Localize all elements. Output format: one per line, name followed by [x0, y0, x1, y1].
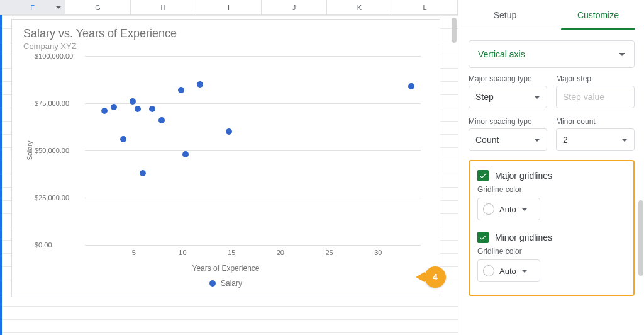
y-tick-label: $0.00	[35, 241, 52, 249]
chevron-down-icon	[619, 53, 625, 56]
color-swatch-icon	[483, 203, 494, 215]
column-header[interactable]: H	[131, 0, 196, 14]
section-vertical-axis[interactable]: Vertical axis	[469, 40, 635, 68]
data-point	[135, 106, 141, 112]
legend-marker-icon	[209, 280, 216, 287]
y-axis-label: Salary	[26, 140, 33, 160]
x-tick-label: 20	[277, 249, 284, 256]
major-spacing-type-label: Major spacing type	[469, 74, 547, 83]
minor-spacing-type-label: Minor spacing type	[469, 117, 547, 126]
chart-title: Salary vs. Years of Experience	[12, 20, 440, 42]
tutorial-callout: 4	[425, 266, 446, 288]
scrollbar-thumb[interactable]	[452, 18, 457, 43]
checkmark-icon	[479, 233, 487, 242]
minor-gridlines-checkbox[interactable]	[477, 232, 489, 243]
y-tick-label: $25,000.00	[35, 194, 69, 202]
x-tick-label: 25	[325, 249, 333, 256]
data-point	[408, 83, 414, 89]
gridlines-highlight-box: Major gridlines Gridline color Auto Mino…	[469, 160, 635, 296]
data-point	[226, 128, 232, 135]
section-title: Vertical axis	[478, 49, 525, 59]
y-tick-label: $75,000.00	[35, 99, 69, 107]
x-tick-label: 30	[374, 249, 382, 256]
major-gridlines-checkbox[interactable]	[477, 170, 489, 181]
column-selection-indicator	[0, 15, 2, 335]
major-gridlines-label: Major gridlines	[495, 171, 552, 181]
column-header[interactable]: J	[262, 0, 327, 14]
tab-setup[interactable]: Setup	[458, 0, 552, 30]
column-header[interactable]: L	[392, 0, 458, 14]
column-header[interactable]: G	[65, 0, 131, 14]
chart-subtitle: Company XYZ	[12, 42, 440, 56]
minor-gridline-color-select[interactable]: Auto	[477, 259, 540, 282]
column-header[interactable]: I	[196, 0, 262, 14]
x-tick-label: 15	[228, 249, 235, 256]
data-point	[101, 108, 108, 114]
minor-count-select[interactable]: 2	[556, 128, 635, 151]
x-axis-ticks: 51015202530	[85, 249, 427, 258]
data-point	[178, 87, 184, 93]
tab-customize[interactable]: Customize	[552, 0, 644, 30]
x-tick-label: 10	[179, 249, 186, 256]
major-gridline-color-select[interactable]: Auto	[477, 198, 540, 220]
data-point	[120, 136, 126, 142]
gridline-color-label: Gridline color	[477, 185, 626, 194]
chevron-down-icon	[534, 139, 540, 142]
major-spacing-type-select[interactable]: Step	[469, 86, 547, 108]
data-point	[158, 117, 165, 123]
chevron-down-icon	[534, 96, 540, 99]
minor-spacing-type-select[interactable]: Count	[469, 128, 547, 151]
column-header[interactable]: K	[327, 0, 392, 14]
panel-tabs: Setup Customize	[458, 0, 644, 30]
minor-count-label: Minor count	[556, 117, 635, 126]
y-tick-label: $100,000.00	[35, 52, 73, 60]
data-point	[149, 106, 155, 112]
major-step-label: Major step	[556, 74, 635, 83]
x-axis-label: Years of Experience	[12, 264, 440, 273]
x-tick-label: 5	[132, 249, 136, 256]
column-header[interactable]: F	[0, 0, 65, 14]
column-headers: FGHIJKL	[0, 0, 458, 15]
data-point	[130, 98, 136, 105]
chart-editor-panel: Setup Customize Vertical axis Major spac…	[458, 0, 644, 335]
chevron-down-icon	[521, 270, 528, 273]
chevron-down-icon	[521, 208, 528, 211]
color-swatch-icon	[483, 265, 494, 276]
minor-gridlines-label: Minor gridlines	[495, 232, 552, 242]
data-point	[140, 170, 146, 176]
major-step-input[interactable]: Step value	[556, 86, 635, 108]
chart-legend: Salary	[12, 279, 440, 288]
scrollbar-thumb[interactable]	[638, 200, 643, 276]
y-tick-label: $50,000.00	[35, 147, 69, 154]
gridline-color-label: Gridline color	[477, 247, 626, 256]
data-point	[197, 81, 203, 88]
plot-area	[85, 56, 421, 245]
chevron-down-icon	[621, 139, 628, 142]
embedded-chart[interactable]: Salary vs. Years of Experience Company X…	[11, 19, 440, 297]
spreadsheet-area: FGHIJKL Salary vs. Years of Experience C…	[0, 0, 458, 335]
data-point	[111, 104, 117, 110]
checkmark-icon	[479, 171, 487, 180]
data-point	[182, 151, 189, 157]
legend-label: Salary	[221, 279, 242, 288]
